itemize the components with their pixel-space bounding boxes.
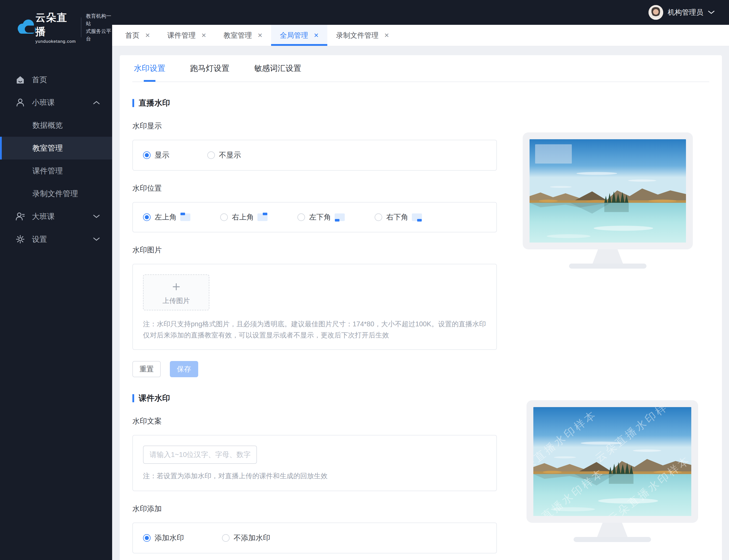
monitor-frame: 云朵直播水印样本 云朵直播水印样本 云朵直播水印样本 云朵直播水印样本 [527,400,698,523]
workspace-tab-recording[interactable]: 录制文件管理 ✕ [327,25,398,46]
chevron-up-icon [93,101,100,105]
plus-icon: ＋ [170,279,183,293]
position-bottom-left-icon [335,213,345,221]
workspace-tab-classroom[interactable]: 教室管理 ✕ [215,25,271,46]
watermark-sample-text: 云朵直播水印样本 [605,453,691,516]
watermark-add-label: 水印添加 [132,504,497,514]
person-icon [15,97,25,108]
sidebar-item-recording-management[interactable]: 录制文件管理 [0,182,112,205]
watermark-text-input[interactable] [143,446,257,464]
radio-icon [143,534,151,542]
radio-icon [143,213,151,221]
close-icon[interactable]: ✕ [145,32,150,39]
radio-position-bottom-right[interactable]: 右下角 [375,212,422,222]
tab-marquee-settings[interactable]: 跑马灯设置 [189,55,231,81]
sidebar-item-settings[interactable]: 设置 [0,228,112,251]
monitor-screen [530,139,686,243]
watermark-placeholder-rect [535,144,572,163]
monitor-screen: 云朵直播水印样本 云朵直播水印样本 云朵直播水印样本 云朵直播水印样本 [533,407,691,516]
monitor-stand-neck [597,523,627,537]
radio-icon [207,151,215,159]
radio-icon [222,534,230,542]
radio-show[interactable]: 显示 [143,150,169,160]
watermark-text-note: 注：若设置为添加水印，对直播上传的课件和生成的回放生效 [143,471,486,481]
tab-sensitive-words-settings[interactable]: 敏感词汇设置 [253,55,303,81]
position-bottom-right-icon [412,213,422,221]
section-live-watermark: 直播水印 [132,98,497,108]
sidebar-item-courseware-management[interactable]: 课件管理 [0,159,112,182]
monitor-stand-base [569,264,646,269]
close-icon[interactable]: ✕ [314,32,319,39]
sidebar-menu: 首页 小班课 数据概览 教室管理 课件管理 [0,68,112,251]
brand-name: 云朵直播 [35,11,76,38]
courseware-watermark-preview-monitor: 云朵直播水印样本 云朵直播水印样本 云朵直播水印样本 云朵直播水印样本 [527,400,698,542]
watermark-sample-text: 云朵直播水印样本 [592,407,681,465]
settings-tabs: 水印设置 跑马灯设置 敏感词汇设置 [132,55,709,82]
brand-tagline: 教育机构一站 式服务云平台 [86,12,112,43]
close-icon[interactable]: ✕ [257,32,262,39]
settings-card: 水印设置 跑马灯设置 敏感词汇设置 直播水印 水印显示 显示 不显示 水印位置 [120,55,722,560]
person-badge-icon [15,211,25,222]
radio-position-top-left[interactable]: 左上角 [143,212,190,222]
watermark-text-label: 水印文案 [132,416,497,426]
watermark-sample-text: 云朵直播水印样本 [533,465,607,516]
brand-logo: 云朵直播 yunduoketang.com 教育机构一站 式服务云平台 [0,0,112,44]
sidebar-item-data-overview[interactable]: 数据概览 [0,114,112,137]
radio-add-watermark[interactable]: 添加水印 [143,533,184,543]
sidebar: 云朵直播 yunduoketang.com 教育机构一站 式服务云平台 首页 [0,0,112,560]
radio-position-top-right[interactable]: 右上角 [220,212,268,222]
sidebar-item-classroom-management[interactable]: 教室管理 [0,137,112,159]
top-header: 机构管理员 [112,0,729,25]
close-icon[interactable]: ✕ [384,32,389,39]
chevron-down-icon [93,214,100,218]
reset-button-live[interactable]: 重置 [132,361,161,377]
avatar [649,5,663,20]
radio-icon [375,213,382,221]
radio-icon [143,151,151,159]
watermark-position-group: 左上角 右上角 左下角 右下角 [132,202,497,232]
watermark-add-group: 添加水印 不添加水印 [132,523,497,553]
home-icon [15,75,25,85]
radio-position-bottom-left[interactable]: 左下角 [297,212,345,222]
section-courseware-watermark: 课件水印 [132,393,497,404]
workspace-tab-global[interactable]: 全局管理 ✕ [271,25,327,46]
sidebar-item-large-class[interactable]: 大班课 [0,205,112,228]
watermark-sample-overlay: 云朵直播水印样本 云朵直播水印样本 云朵直播水印样本 云朵直播水印样本 [533,407,691,516]
tab-watermark-settings[interactable]: 水印设置 [132,55,167,81]
user-menu[interactable]: 机构管理员 [649,5,715,20]
live-watermark-preview-monitor [523,132,693,269]
gear-icon [15,234,25,244]
monitor-stand-neck [593,249,623,264]
radio-hide[interactable]: 不显示 [207,150,241,160]
monitor-frame [523,132,693,249]
position-top-right-icon [257,213,268,221]
workspace-tab-courseware[interactable]: 课件管理 ✕ [159,25,215,46]
sidebar-item-home[interactable]: 首页 [0,68,112,91]
watermark-display-group: 显示 不显示 [132,140,497,171]
watermark-image-group: ＋ 上传图片 注：水印只支持png格式图片，且必须为透明底。建议最佳图片尺寸：1… [132,264,497,350]
watermark-image-label: 水印图片 [132,245,497,255]
radio-no-watermark[interactable]: 不添加水印 [222,533,270,543]
watermark-sample-text: 云朵直播水印样本 [533,407,600,481]
chevron-down-icon [708,10,715,14]
logo-divider [81,17,82,37]
save-button-live[interactable]: 保存 [170,361,198,377]
radio-icon [297,213,305,221]
radio-icon [220,213,228,221]
watermark-position-label: 水印位置 [132,183,497,193]
watermark-display-label: 水印显示 [132,121,497,131]
watermark-text-group: 注：若设置为添加水印，对直播上传的课件和生成的回放生效 [132,435,497,491]
close-icon[interactable]: ✕ [201,32,206,39]
user-name: 机构管理员 [668,8,703,17]
workspace-tabbar: 首页 ✕ 课件管理 ✕ 教室管理 ✕ 全局管理 ✕ 录制文件管理 ✕ [112,25,729,46]
brand-domain: yunduoketang.com [35,39,76,44]
chevron-down-icon [93,237,100,241]
position-top-left-icon [180,213,190,221]
cloud-logo-icon [15,19,37,36]
sidebar-item-small-class[interactable]: 小班课 [0,91,112,114]
upload-image-button[interactable]: ＋ 上传图片 [143,274,209,310]
watermark-image-note: 注：水印只支持png格式图片，且必须为透明底。建议最佳图片尺寸：174*80，大… [143,318,486,341]
monitor-stand-base [574,537,651,542]
workspace-tab-home[interactable]: 首页 ✕ [117,25,159,46]
main-area: 水印设置 跑马灯设置 敏感词汇设置 直播水印 水印显示 显示 不显示 水印位置 [112,46,729,560]
